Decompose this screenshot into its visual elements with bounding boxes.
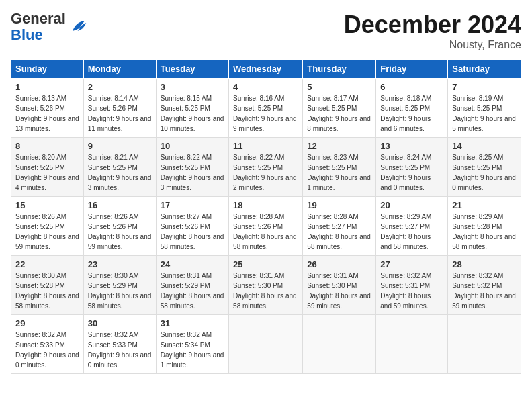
day-number: 14 [452,141,517,151]
logo-bird-icon [69,17,89,37]
day-info: Sunrise: 8:25 AM Sunset: 5:25 PM Dayligh… [452,152,517,193]
day-number: 28 [452,259,517,269]
calendar-table: SundayMondayTuesdayWednesdayThursdayFrid… [11,59,521,374]
day-info: Sunrise: 8:19 AM Sunset: 5:25 PM Dayligh… [452,93,517,134]
day-info: Sunrise: 8:30 AM Sunset: 5:28 PM Dayligh… [15,271,79,311]
day-info: Sunrise: 8:27 AM Sunset: 5:26 PM Dayligh… [161,212,224,252]
day-info: Sunrise: 8:31 AM Sunset: 5:30 PM Dayligh… [307,271,371,311]
day-info: Sunrise: 8:24 AM Sunset: 5:25 PM Dayligh… [380,152,443,193]
day-number: 6 [380,82,443,92]
day-info: Sunrise: 8:29 AM Sunset: 5:27 PM Dayligh… [380,212,443,252]
day-number: 29 [15,318,79,328]
day-number: 2 [88,82,152,92]
day-header-thursday: Thursday [303,60,376,79]
calendar-week-row: 15Sunrise: 8:26 AM Sunset: 5:25 PM Dayli… [11,197,521,256]
day-number: 17 [161,200,224,210]
day-info: Sunrise: 8:30 AM Sunset: 5:29 PM Dayligh… [88,271,152,311]
day-number: 25 [233,259,298,269]
day-info: Sunrise: 8:23 AM Sunset: 5:25 PM Dayligh… [307,152,371,193]
calendar-cell: 26Sunrise: 8:31 AM Sunset: 5:30 PM Dayli… [303,256,376,315]
day-header-tuesday: Tuesday [156,60,228,79]
calendar-cell: 13Sunrise: 8:24 AM Sunset: 5:25 PM Dayli… [376,138,448,197]
day-number: 30 [88,318,152,328]
calendar-cell [448,315,521,374]
day-number: 24 [161,259,224,269]
calendar-cell: 23Sunrise: 8:30 AM Sunset: 5:29 PM Dayli… [83,256,156,315]
day-info: Sunrise: 8:31 AM Sunset: 5:29 PM Dayligh… [161,271,224,311]
title-section: December 2024 Nousty, France [344,11,521,51]
day-info: Sunrise: 8:32 AM Sunset: 5:31 PM Dayligh… [380,271,443,311]
calendar-cell: 20Sunrise: 8:29 AM Sunset: 5:27 PM Dayli… [376,197,448,256]
day-number: 11 [233,141,298,151]
day-number: 20 [380,200,443,210]
logo-blue: Blue [11,26,43,43]
day-number: 23 [88,259,152,269]
calendar-cell: 10Sunrise: 8:22 AM Sunset: 5:25 PM Dayli… [156,138,228,197]
calendar-cell: 19Sunrise: 8:28 AM Sunset: 5:27 PM Dayli… [303,197,376,256]
calendar-cell [376,315,448,374]
day-info: Sunrise: 8:14 AM Sunset: 5:26 PM Dayligh… [88,93,152,134]
day-number: 5 [307,82,371,92]
calendar-cell: 1Sunrise: 8:13 AM Sunset: 5:26 PM Daylig… [11,79,84,138]
calendar-week-row: 8Sunrise: 8:20 AM Sunset: 5:25 PM Daylig… [11,138,521,197]
day-info: Sunrise: 8:26 AM Sunset: 5:25 PM Dayligh… [15,212,79,252]
calendar-cell: 25Sunrise: 8:31 AM Sunset: 5:30 PM Dayli… [229,256,303,315]
calendar-cell [303,315,376,374]
day-info: Sunrise: 8:18 AM Sunset: 5:25 PM Dayligh… [380,93,443,134]
calendar-cell: 27Sunrise: 8:32 AM Sunset: 5:31 PM Dayli… [376,256,448,315]
calendar-cell: 8Sunrise: 8:20 AM Sunset: 5:25 PM Daylig… [11,138,84,197]
day-header-wednesday: Wednesday [229,60,303,79]
day-header-friday: Friday [376,60,448,79]
day-number: 18 [233,200,298,210]
calendar-cell: 2Sunrise: 8:14 AM Sunset: 5:26 PM Daylig… [83,79,156,138]
day-info: Sunrise: 8:32 AM Sunset: 5:34 PM Dayligh… [161,330,224,370]
day-number: 9 [88,141,152,151]
calendar-cell: 31Sunrise: 8:32 AM Sunset: 5:34 PM Dayli… [156,315,228,374]
day-header-saturday: Saturday [448,60,521,79]
calendar-cell: 18Sunrise: 8:28 AM Sunset: 5:26 PM Dayli… [229,197,303,256]
day-info: Sunrise: 8:20 AM Sunset: 5:25 PM Dayligh… [15,152,79,193]
day-info: Sunrise: 8:29 AM Sunset: 5:28 PM Dayligh… [452,212,517,252]
calendar-cell: 12Sunrise: 8:23 AM Sunset: 5:25 PM Dayli… [303,138,376,197]
calendar-cell: 21Sunrise: 8:29 AM Sunset: 5:28 PM Dayli… [448,197,521,256]
header-row: SundayMondayTuesdayWednesdayThursdayFrid… [11,60,521,79]
calendar-cell: 30Sunrise: 8:32 AM Sunset: 5:33 PM Dayli… [83,315,156,374]
day-number: 4 [233,82,298,92]
day-info: Sunrise: 8:28 AM Sunset: 5:26 PM Dayligh… [233,212,298,252]
day-info: Sunrise: 8:16 AM Sunset: 5:25 PM Dayligh… [233,93,298,134]
day-number: 16 [88,200,152,210]
calendar-cell: 15Sunrise: 8:26 AM Sunset: 5:25 PM Dayli… [11,197,84,256]
day-number: 19 [307,200,371,210]
logo-text: General Blue [11,11,66,43]
day-number: 22 [15,259,79,269]
calendar-cell: 3Sunrise: 8:15 AM Sunset: 5:25 PM Daylig… [156,79,228,138]
day-info: Sunrise: 8:13 AM Sunset: 5:26 PM Dayligh… [15,93,79,134]
calendar-cell: 14Sunrise: 8:25 AM Sunset: 5:25 PM Dayli… [448,138,521,197]
day-number: 26 [307,259,371,269]
day-info: Sunrise: 8:22 AM Sunset: 5:25 PM Dayligh… [161,152,224,193]
day-number: 15 [15,200,79,210]
day-header-sunday: Sunday [11,60,84,79]
day-number: 12 [307,141,371,151]
day-number: 7 [452,82,517,92]
day-info: Sunrise: 8:22 AM Sunset: 5:25 PM Dayligh… [233,152,298,193]
day-info: Sunrise: 8:32 AM Sunset: 5:33 PM Dayligh… [88,330,152,370]
calendar-cell [229,315,303,374]
calendar-week-row: 29Sunrise: 8:32 AM Sunset: 5:33 PM Dayli… [11,315,521,374]
calendar-week-row: 1Sunrise: 8:13 AM Sunset: 5:26 PM Daylig… [11,79,521,138]
day-info: Sunrise: 8:31 AM Sunset: 5:30 PM Dayligh… [233,271,298,311]
day-number: 8 [15,141,79,151]
calendar-cell: 7Sunrise: 8:19 AM Sunset: 5:25 PM Daylig… [448,79,521,138]
day-number: 13 [380,141,443,151]
day-number: 21 [452,200,517,210]
day-info: Sunrise: 8:15 AM Sunset: 5:25 PM Dayligh… [161,93,224,134]
logo-general: General [11,10,66,27]
calendar-cell: 22Sunrise: 8:30 AM Sunset: 5:28 PM Dayli… [11,256,84,315]
calendar-cell: 28Sunrise: 8:32 AM Sunset: 5:32 PM Dayli… [448,256,521,315]
day-number: 3 [161,82,224,92]
day-info: Sunrise: 8:17 AM Sunset: 5:25 PM Dayligh… [307,93,371,134]
logo: General Blue [11,11,89,43]
calendar-cell: 11Sunrise: 8:22 AM Sunset: 5:25 PM Dayli… [229,138,303,197]
page-header: General Blue December 2024 Nousty, Franc… [11,11,521,51]
day-number: 31 [161,318,224,328]
